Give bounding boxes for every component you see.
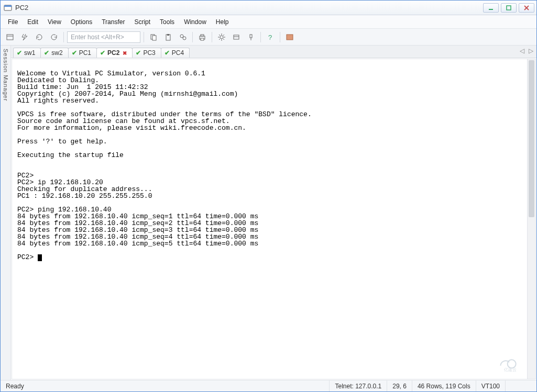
copy-icon[interactable] (147, 31, 160, 43)
close-tab-icon[interactable]: ✖ (123, 50, 127, 56)
svg-rect-3 (507, 6, 511, 10)
status-ready: Ready (1, 380, 168, 391)
tab-label: PC3 (143, 49, 155, 57)
check-icon: ✔ (100, 49, 105, 57)
scrollbar-thumb[interactable] (529, 60, 534, 217)
close-button[interactable] (519, 3, 534, 13)
maximize-button[interactable] (501, 3, 517, 13)
svg-rect-28 (250, 35, 252, 38)
menu-file[interactable]: File (4, 17, 22, 27)
menu-options[interactable]: Options (67, 17, 96, 27)
app-window: PC2 File Edit View Options Transfer Scri… (0, 0, 537, 392)
check-icon: ✔ (17, 49, 22, 57)
tab-label: sw2 (51, 49, 62, 57)
svg-rect-31 (287, 35, 293, 40)
session-manager-sidebar[interactable]: Session Manager (1, 46, 11, 380)
paste-icon[interactable] (162, 31, 174, 43)
check-icon: ✔ (44, 49, 49, 57)
toolbar-separator (192, 32, 193, 42)
vertical-scrollbar[interactable] (527, 59, 535, 379)
check-icon: ✔ (72, 49, 77, 57)
check-icon: ✔ (136, 49, 141, 57)
window-title: PC2 (15, 4, 483, 12)
check-icon: ✔ (165, 49, 170, 57)
disconnect-icon[interactable] (48, 31, 60, 43)
svg-line-25 (223, 35, 224, 36)
svg-point-13 (183, 37, 186, 40)
tab-nav: ◁ ▷ (520, 47, 533, 54)
svg-text:?: ? (268, 33, 272, 41)
toolbar-separator (260, 32, 261, 42)
tab-prev-icon[interactable]: ◁ (520, 47, 524, 54)
print-icon[interactable] (196, 31, 209, 43)
svg-line-24 (219, 39, 220, 40)
menu-transfer[interactable]: Transfer (97, 17, 129, 27)
tab-label: sw1 (24, 49, 35, 57)
tab-sw2[interactable]: ✔sw2 (40, 48, 68, 58)
session-manager-icon[interactable] (4, 31, 16, 43)
tab-label: PC1 (79, 49, 91, 57)
toolbar: ? (1, 29, 536, 46)
svg-rect-26 (234, 35, 239, 39)
reconnect-icon[interactable] (33, 31, 46, 43)
toolbar-separator (280, 32, 280, 42)
settings-icon[interactable] (215, 31, 228, 43)
title-bar: PC2 (1, 1, 536, 15)
svg-line-22 (219, 35, 220, 36)
new-session-icon[interactable] (230, 31, 243, 43)
toolbar-separator (63, 32, 64, 42)
svg-point-17 (220, 36, 223, 39)
command-window-icon[interactable] (283, 31, 296, 43)
menu-edit[interactable]: Edit (23, 17, 42, 27)
app-icon (4, 4, 12, 12)
toolbar-separator (212, 32, 212, 42)
status-cursor: 29, 6 (387, 380, 412, 391)
menu-script[interactable]: Script (130, 17, 155, 27)
status-emulation: VT100 (476, 380, 505, 391)
svg-rect-11 (167, 34, 169, 36)
minimize-button[interactable] (483, 3, 499, 13)
tab-pc3[interactable]: ✔PC3 (132, 48, 161, 58)
svg-rect-9 (152, 36, 156, 40)
host-input[interactable] (67, 31, 140, 43)
quick-connect-icon[interactable] (18, 31, 31, 43)
find-icon[interactable] (177, 31, 189, 43)
tab-next-icon[interactable]: ▷ (529, 47, 533, 54)
help-icon[interactable]: ? (264, 31, 277, 43)
tab-pc4[interactable]: ✔PC4 (161, 48, 190, 58)
svg-rect-16 (201, 38, 204, 40)
tab-label: PC4 (172, 49, 184, 57)
tab-pc1[interactable]: ✔PC1 (68, 48, 97, 58)
status-size: 46 Rows, 119 Cols (412, 380, 476, 391)
status-pad (505, 380, 536, 391)
terminal-output[interactable]: Welcome to Virtual PC Simulator, version… (12, 59, 527, 379)
window-buttons (483, 3, 534, 13)
tab-pc2[interactable]: ✔PC2✖ (96, 48, 133, 58)
menu-view[interactable]: View (43, 17, 65, 27)
sidebar-label: Session Manager (3, 49, 9, 102)
terminal-pane: Welcome to Virtual PC Simulator, version… (12, 59, 536, 379)
tab-label: PC2 (107, 49, 119, 57)
menu-help[interactable]: Help (212, 17, 233, 27)
keymap-icon[interactable] (245, 31, 257, 43)
svg-line-23 (223, 39, 224, 40)
menu-tools[interactable]: Tools (156, 17, 179, 27)
tab-sw1[interactable]: ✔sw1 (13, 48, 41, 58)
menu-bar: File Edit View Options Transfer Script T… (1, 15, 536, 29)
svg-rect-15 (201, 35, 204, 36)
menu-window[interactable]: Window (180, 17, 211, 27)
svg-rect-6 (7, 35, 13, 40)
status-connection: Telnet: 127.0.0.1 (329, 380, 387, 391)
svg-rect-1 (4, 5, 12, 7)
status-bar: Ready Telnet: 127.0.0.1 29, 6 46 Rows, 1… (1, 380, 536, 391)
toolbar-separator (144, 32, 144, 42)
tab-strip: ✔sw1 ✔sw2 ✔PC1 ✔PC2✖ ✔PC3 ✔PC4 ◁ ▷ (11, 46, 536, 58)
